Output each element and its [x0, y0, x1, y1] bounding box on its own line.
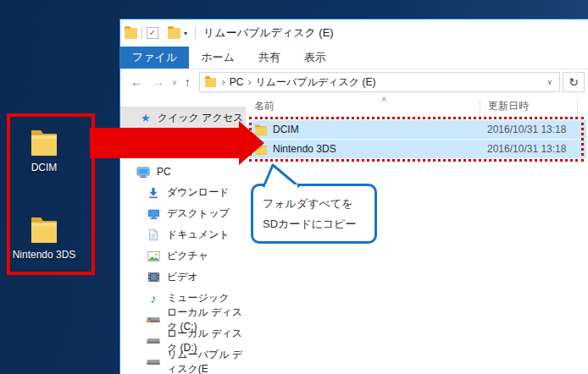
address-bar: ← → ∨ ↑ › PC › リムーバブルディスク (E) ∨ ↻	[120, 69, 588, 95]
sidebar-item-documents[interactable]: ドキュメント	[120, 224, 246, 245]
sidebar-item-videos[interactable]: ビデオ	[120, 267, 246, 288]
location-folder-icon	[205, 78, 216, 87]
column-header-modified[interactable]: 更新日時	[480, 99, 578, 117]
music-note-icon: ♪	[147, 292, 160, 305]
recent-locations-dropdown-icon[interactable]: ∨	[169, 79, 180, 86]
breadcrumb-pc[interactable]: PC	[228, 76, 246, 88]
sidebar-item-label: リムーバブル ディスク(E	[167, 348, 246, 374]
app-folder-icon	[125, 28, 137, 39]
sidebar-item-pictures[interactable]: ピクチャ	[120, 245, 246, 267]
desktop-icon	[147, 207, 160, 221]
new-folder-icon[interactable]	[168, 28, 180, 39]
refresh-icon: ↻	[569, 75, 579, 89]
up-icon[interactable]: ↑	[180, 75, 196, 89]
red-arrow	[89, 118, 269, 169]
window-title: リムーバブルディスク (E)	[203, 25, 334, 41]
tab-home[interactable]: ホーム	[189, 47, 247, 69]
sidebar-item-label: ダウンロード	[167, 185, 229, 200]
tab-view[interactable]: 表示	[292, 47, 338, 69]
sidebar-item-downloads[interactable]: ダウンロード	[120, 182, 246, 203]
file-modified: 2016/10/31 13:18	[485, 124, 566, 135]
sidebar-item-label: ピクチャ	[167, 249, 208, 263]
sidebar-item-label: デスクトップ	[167, 206, 230, 221]
drive-icon	[147, 334, 160, 348]
crumb-separator-icon: ›	[219, 76, 228, 88]
separator	[195, 27, 196, 39]
column-headers: ∧ 名前 更新日時	[246, 95, 588, 117]
tab-file[interactable]: ファイル	[120, 47, 189, 69]
address-input[interactable]: › PC › リムーバブルディスク (E) ∨	[199, 72, 560, 92]
ribbon-tabs: ファイル ホーム 共有 表示	[120, 47, 588, 69]
file-name: DCIM	[273, 124, 485, 135]
callout-line1: フォルダすべてを	[263, 194, 365, 214]
sidebar-item-label: ビデオ	[167, 270, 198, 284]
separator	[163, 27, 164, 39]
file-row-dcim[interactable]: DCIM 2016/10/31 13:18	[251, 120, 586, 139]
drive-c-icon	[147, 313, 160, 327]
sidebar-item-label: ドキュメント	[167, 228, 230, 242]
qat-customize-dropdown-icon[interactable]: ▾	[184, 30, 187, 37]
drive-icon	[147, 355, 160, 369]
refresh-button[interactable]: ↻	[563, 72, 585, 92]
crumb-separator-icon: ›	[246, 76, 254, 88]
forward-icon[interactable]: →	[147, 75, 169, 89]
properties-check-icon[interactable]: ✓	[147, 27, 158, 39]
callout-line2: SDカードにコピー	[263, 214, 365, 234]
breadcrumb-removable-disk[interactable]: リムーバブルディスク (E)	[254, 75, 378, 90]
pictures-icon	[147, 250, 160, 263]
download-icon	[147, 186, 160, 200]
videos-icon	[147, 271, 160, 284]
callout-bubble: フォルダすべてを SDカードにコピー	[251, 184, 377, 244]
sidebar-item-desktop[interactable]: デスクトップ	[120, 203, 246, 224]
sidebar-item-label: ミュージック	[167, 291, 229, 305]
address-dropdown-icon[interactable]: ∨	[543, 78, 556, 86]
sort-ascending-icon: ∧	[381, 95, 387, 103]
file-name: Nintendo 3DS	[273, 143, 485, 155]
red-highlight-rectangle	[7, 113, 95, 275]
document-icon	[147, 228, 160, 242]
file-modified: 2016/10/31 13:18	[485, 143, 566, 155]
sidebar-item-removable-disk-e[interactable]: リムーバブル ディスク(E	[120, 351, 246, 372]
back-icon[interactable]: ←	[125, 75, 147, 89]
column-header-name[interactable]: 名前	[246, 99, 480, 117]
tab-share[interactable]: 共有	[247, 47, 292, 69]
desktop-background: DCIM Nintendo 3DS ✓ ▾ リムーバブルディスク (E) ファイ…	[0, 0, 588, 374]
file-row-nintendo-3ds[interactable]: Nintendo 3DS 2016/10/31 13:18	[251, 140, 586, 158]
title-bar: ✓ ▾ リムーバブルディスク (E)	[120, 19, 588, 47]
separator	[141, 27, 142, 39]
